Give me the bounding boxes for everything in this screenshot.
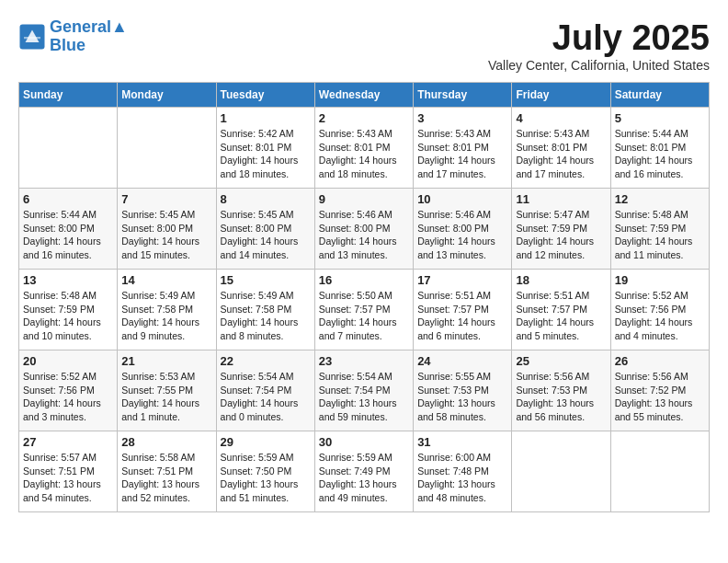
day-info-line: Daylight: 14 hours and 8 minutes. xyxy=(221,316,311,342)
day-info-line: Sunrise: 5:43 AM xyxy=(516,127,606,141)
day-content: Sunrise: 5:52 AMSunset: 7:56 PMDaylight:… xyxy=(23,370,113,424)
logo: General▲ Blue xyxy=(18,18,128,55)
day-info-line: Sunrise: 5:44 AM xyxy=(23,208,113,222)
location: Valley Center, California, United States xyxy=(488,58,710,73)
day-info-line: Sunrise: 5:50 AM xyxy=(319,289,409,303)
week-row-2: 6Sunrise: 5:44 AMSunset: 8:00 PMDaylight… xyxy=(19,189,710,270)
day-info-line: Daylight: 14 hours and 1 minute. xyxy=(121,396,211,423)
day-number: 8 xyxy=(221,192,311,206)
day-info-line: Sunset: 7:58 PM xyxy=(221,303,311,316)
day-number: 13 xyxy=(23,273,113,287)
day-content: Sunrise: 5:51 AMSunset: 7:57 PMDaylight:… xyxy=(516,289,606,343)
day-number: 10 xyxy=(417,192,507,206)
day-number: 9 xyxy=(319,192,409,206)
calendar-cell xyxy=(118,108,216,189)
day-number: 5 xyxy=(615,111,705,125)
day-info-line: Sunrise: 5:52 AM xyxy=(23,370,113,384)
day-info-line: Sunrise: 5:56 AM xyxy=(516,370,606,384)
day-info-line: Sunrise: 5:43 AM xyxy=(319,127,409,141)
calendar-cell: 28Sunrise: 5:58 AMSunset: 7:51 PMDayligh… xyxy=(118,431,216,512)
calendar-cell: 15Sunrise: 5:49 AMSunset: 7:58 PMDayligh… xyxy=(216,270,314,350)
day-info-line: Sunrise: 5:57 AM xyxy=(23,451,113,465)
day-info-line: Daylight: 13 hours and 52 minutes. xyxy=(121,477,211,504)
header-cell-monday: Monday xyxy=(118,83,216,108)
day-info-line: Sunrise: 5:45 AM xyxy=(221,208,311,222)
day-info-line: Sunset: 8:00 PM xyxy=(121,222,211,236)
calendar-cell: 24Sunrise: 5:55 AMSunset: 7:53 PMDayligh… xyxy=(414,350,512,431)
day-info-line: Daylight: 14 hours and 9 minutes. xyxy=(121,316,211,342)
day-content: Sunrise: 6:00 AMSunset: 7:48 PMDaylight:… xyxy=(417,451,507,505)
day-info-line: Sunset: 7:59 PM xyxy=(23,303,113,316)
calendar-cell: 26Sunrise: 5:56 AMSunset: 7:52 PMDayligh… xyxy=(610,350,709,431)
day-info-line: Daylight: 13 hours and 56 minutes. xyxy=(516,396,606,423)
calendar-cell: 23Sunrise: 5:54 AMSunset: 7:54 PMDayligh… xyxy=(314,350,413,431)
day-info-line: Daylight: 13 hours and 59 minutes. xyxy=(319,396,409,423)
day-number: 29 xyxy=(221,435,311,449)
day-info-line: Sunrise: 5:54 AM xyxy=(221,370,311,384)
header-cell-saturday: Saturday xyxy=(610,83,709,108)
day-content: Sunrise: 5:56 AMSunset: 7:53 PMDaylight:… xyxy=(516,370,606,424)
day-content: Sunrise: 5:49 AMSunset: 7:58 PMDaylight:… xyxy=(221,289,311,343)
day-info-line: Sunset: 7:57 PM xyxy=(319,303,409,316)
day-number: 24 xyxy=(417,354,507,368)
day-info-line: Sunrise: 5:44 AM xyxy=(615,127,705,141)
day-info-line: Sunrise: 5:51 AM xyxy=(516,289,606,303)
day-content: Sunrise: 5:51 AMSunset: 7:57 PMDaylight:… xyxy=(417,289,507,343)
day-info-line: Daylight: 13 hours and 49 minutes. xyxy=(319,477,409,504)
calendar-cell: 9Sunrise: 5:46 AMSunset: 8:00 PMDaylight… xyxy=(314,189,413,270)
calendar-cell: 3Sunrise: 5:43 AMSunset: 8:01 PMDaylight… xyxy=(414,108,512,189)
day-content: Sunrise: 5:45 AMSunset: 8:00 PMDaylight:… xyxy=(121,208,211,262)
calendar-cell: 21Sunrise: 5:53 AMSunset: 7:55 PMDayligh… xyxy=(118,350,216,431)
day-number: 21 xyxy=(121,354,211,368)
day-info-line: Sunset: 7:51 PM xyxy=(23,465,113,478)
day-info-line: Sunrise: 5:58 AM xyxy=(121,451,211,465)
day-number: 2 xyxy=(319,111,409,125)
day-content: Sunrise: 5:44 AMSunset: 8:00 PMDaylight:… xyxy=(23,208,113,262)
calendar-cell: 30Sunrise: 5:59 AMSunset: 7:49 PMDayligh… xyxy=(314,431,413,512)
day-info-line: Daylight: 14 hours and 12 minutes. xyxy=(516,235,606,261)
day-info-line: Daylight: 13 hours and 58 minutes. xyxy=(417,396,507,423)
day-content: Sunrise: 5:54 AMSunset: 7:54 PMDaylight:… xyxy=(319,370,409,424)
day-content: Sunrise: 5:58 AMSunset: 7:51 PMDaylight:… xyxy=(121,451,211,505)
calendar-cell: 5Sunrise: 5:44 AMSunset: 8:01 PMDaylight… xyxy=(610,108,709,189)
day-info-line: Daylight: 14 hours and 13 minutes. xyxy=(417,235,507,261)
day-info-line: Daylight: 14 hours and 14 minutes. xyxy=(221,235,311,261)
day-content: Sunrise: 5:56 AMSunset: 7:52 PMDaylight:… xyxy=(615,370,705,424)
day-info-line: Sunset: 7:57 PM xyxy=(516,303,606,316)
day-number: 19 xyxy=(615,273,705,287)
day-info-line: Sunrise: 5:59 AM xyxy=(319,451,409,465)
calendar-cell: 4Sunrise: 5:43 AMSunset: 8:01 PMDaylight… xyxy=(512,108,610,189)
day-content: Sunrise: 5:53 AMSunset: 7:55 PMDaylight:… xyxy=(121,370,211,424)
calendar-cell: 17Sunrise: 5:51 AMSunset: 7:57 PMDayligh… xyxy=(414,270,512,350)
calendar-cell: 13Sunrise: 5:48 AMSunset: 7:59 PMDayligh… xyxy=(19,270,118,350)
calendar-table: SundayMondayTuesdayWednesdayThursdayFrid… xyxy=(18,82,710,512)
day-info-line: Sunrise: 5:51 AM xyxy=(417,289,507,303)
calendar-cell xyxy=(610,431,709,512)
day-info-line: Sunset: 7:50 PM xyxy=(221,465,311,478)
calendar-body: 1Sunrise: 5:42 AMSunset: 8:01 PMDaylight… xyxy=(19,108,710,512)
header-cell-thursday: Thursday xyxy=(414,83,512,108)
logo-text: General▲ Blue xyxy=(50,18,128,55)
day-number: 14 xyxy=(121,273,211,287)
day-info-line: Sunrise: 5:45 AM xyxy=(121,208,211,222)
day-info-line: Daylight: 13 hours and 51 minutes. xyxy=(221,477,311,504)
day-number: 3 xyxy=(417,111,507,125)
calendar-cell: 6Sunrise: 5:44 AMSunset: 8:00 PMDaylight… xyxy=(19,189,118,270)
day-info-line: Sunset: 7:48 PM xyxy=(417,465,507,478)
day-number: 4 xyxy=(516,111,606,125)
day-content: Sunrise: 5:47 AMSunset: 7:59 PMDaylight:… xyxy=(516,208,606,262)
calendar-cell: 11Sunrise: 5:47 AMSunset: 7:59 PMDayligh… xyxy=(512,189,610,270)
day-info-line: Daylight: 14 hours and 15 minutes. xyxy=(121,235,211,261)
day-content: Sunrise: 5:48 AMSunset: 7:59 PMDaylight:… xyxy=(23,289,113,343)
week-row-5: 27Sunrise: 5:57 AMSunset: 7:51 PMDayligh… xyxy=(19,431,710,512)
day-info-line: Daylight: 14 hours and 11 minutes. xyxy=(615,235,705,261)
day-number: 17 xyxy=(417,273,507,287)
calendar-cell: 22Sunrise: 5:54 AMSunset: 7:54 PMDayligh… xyxy=(216,350,314,431)
day-content: Sunrise: 5:57 AMSunset: 7:51 PMDaylight:… xyxy=(23,451,113,505)
day-info-line: Sunset: 7:55 PM xyxy=(121,384,211,397)
header-cell-wednesday: Wednesday xyxy=(314,83,413,108)
day-info-line: Sunrise: 5:47 AM xyxy=(516,208,606,222)
calendar-header: SundayMondayTuesdayWednesdayThursdayFrid… xyxy=(19,83,710,108)
calendar-cell: 25Sunrise: 5:56 AMSunset: 7:53 PMDayligh… xyxy=(512,350,610,431)
calendar-cell xyxy=(19,108,118,189)
